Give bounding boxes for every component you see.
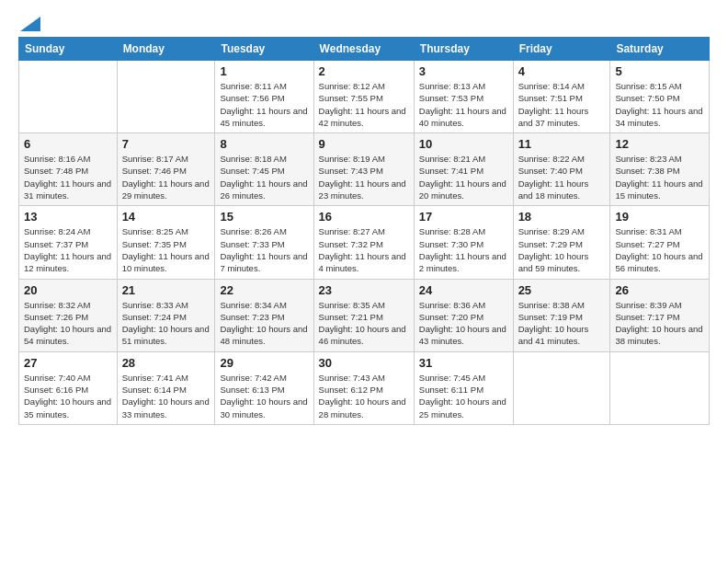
day-header: Thursday — [414, 38, 513, 61]
day-info: Sunrise: 8:29 AM Sunset: 7:29 PM Dayligh… — [518, 225, 606, 274]
day-number: 17 — [419, 210, 508, 224]
calendar-cell: 27Sunrise: 7:40 AM Sunset: 6:16 PM Dayli… — [19, 351, 118, 424]
day-number: 23 — [319, 283, 409, 297]
day-number: 1 — [220, 64, 308, 78]
calendar-cell: 31Sunrise: 7:45 AM Sunset: 6:11 PM Dayli… — [414, 351, 513, 424]
calendar-cell: 13Sunrise: 8:24 AM Sunset: 7:37 PM Dayli… — [19, 206, 118, 279]
day-number: 12 — [615, 137, 704, 151]
calendar-cell: 20Sunrise: 8:32 AM Sunset: 7:26 PM Dayli… — [19, 279, 118, 351]
day-number: 6 — [24, 137, 112, 151]
calendar-cell: 18Sunrise: 8:29 AM Sunset: 7:29 PM Dayli… — [513, 206, 610, 279]
day-number: 21 — [122, 283, 210, 297]
day-number: 9 — [319, 137, 409, 151]
day-info: Sunrise: 8:23 AM Sunset: 7:38 PM Dayligh… — [615, 153, 704, 201]
day-number: 24 — [419, 283, 508, 297]
calendar-cell: 26Sunrise: 8:39 AM Sunset: 7:17 PM Dayli… — [610, 279, 710, 351]
day-info: Sunrise: 8:16 AM Sunset: 7:48 PM Dayligh… — [24, 153, 112, 201]
day-info: Sunrise: 8:36 AM Sunset: 7:20 PM Dayligh… — [419, 299, 508, 348]
day-number: 31 — [419, 356, 508, 370]
day-info: Sunrise: 7:43 AM Sunset: 6:12 PM Dayligh… — [319, 372, 409, 420]
day-number: 2 — [319, 64, 409, 78]
day-info: Sunrise: 8:27 AM Sunset: 7:32 PM Dayligh… — [319, 225, 409, 274]
day-number: 15 — [220, 210, 308, 224]
day-info: Sunrise: 8:21 AM Sunset: 7:41 PM Dayligh… — [419, 153, 508, 201]
calendar-cell — [513, 351, 610, 424]
calendar-cell: 10Sunrise: 8:21 AM Sunset: 7:41 PM Dayli… — [414, 133, 513, 206]
calendar-week-row: 13Sunrise: 8:24 AM Sunset: 7:37 PM Dayli… — [19, 206, 710, 279]
day-number: 25 — [518, 283, 606, 297]
calendar-cell: 30Sunrise: 7:43 AM Sunset: 6:12 PM Dayli… — [313, 351, 414, 424]
calendar: SundayMondayTuesdayWednesdayThursdayFrid… — [18, 37, 710, 425]
day-number: 22 — [220, 283, 308, 297]
calendar-cell — [610, 351, 710, 424]
page: SundayMondayTuesdayWednesdayThursdayFrid… — [0, 0, 728, 442]
day-number: 5 — [615, 64, 704, 78]
calendar-cell: 5Sunrise: 8:15 AM Sunset: 7:50 PM Daylig… — [610, 61, 710, 133]
calendar-cell: 1Sunrise: 8:11 AM Sunset: 7:56 PM Daylig… — [215, 61, 313, 133]
day-info: Sunrise: 8:13 AM Sunset: 7:53 PM Dayligh… — [419, 80, 508, 129]
day-info: Sunrise: 8:14 AM Sunset: 7:51 PM Dayligh… — [518, 80, 606, 129]
day-number: 19 — [615, 210, 704, 224]
calendar-cell: 21Sunrise: 8:33 AM Sunset: 7:24 PM Dayli… — [117, 279, 215, 351]
calendar-cell: 7Sunrise: 8:17 AM Sunset: 7:46 PM Daylig… — [117, 133, 215, 206]
calendar-cell: 25Sunrise: 8:38 AM Sunset: 7:19 PM Dayli… — [513, 279, 610, 351]
calendar-cell: 9Sunrise: 8:19 AM Sunset: 7:43 PM Daylig… — [313, 133, 414, 206]
calendar-cell: 8Sunrise: 8:18 AM Sunset: 7:45 PM Daylig… — [215, 133, 313, 206]
calendar-cell — [117, 61, 215, 133]
day-number: 7 — [122, 137, 210, 151]
day-number: 16 — [319, 210, 409, 224]
calendar-cell: 17Sunrise: 8:28 AM Sunset: 7:30 PM Dayli… — [414, 206, 513, 279]
day-number: 11 — [518, 137, 606, 151]
calendar-cell — [19, 61, 118, 133]
day-number: 30 — [319, 356, 409, 370]
day-info: Sunrise: 8:28 AM Sunset: 7:30 PM Dayligh… — [419, 225, 508, 274]
day-info: Sunrise: 8:11 AM Sunset: 7:56 PM Dayligh… — [220, 80, 308, 129]
day-header: Tuesday — [215, 38, 313, 61]
day-info: Sunrise: 7:40 AM Sunset: 6:16 PM Dayligh… — [24, 372, 112, 420]
calendar-cell: 24Sunrise: 8:36 AM Sunset: 7:20 PM Dayli… — [414, 279, 513, 351]
calendar-cell: 4Sunrise: 8:14 AM Sunset: 7:51 PM Daylig… — [513, 61, 610, 133]
day-info: Sunrise: 7:45 AM Sunset: 6:11 PM Dayligh… — [419, 372, 508, 420]
header — [18, 17, 710, 31]
calendar-cell: 12Sunrise: 8:23 AM Sunset: 7:38 PM Dayli… — [610, 133, 710, 206]
day-info: Sunrise: 8:39 AM Sunset: 7:17 PM Dayligh… — [615, 299, 704, 348]
day-header: Saturday — [610, 38, 710, 61]
calendar-week-row: 6Sunrise: 8:16 AM Sunset: 7:48 PM Daylig… — [19, 133, 710, 206]
calendar-cell: 23Sunrise: 8:35 AM Sunset: 7:21 PM Dayli… — [313, 279, 414, 351]
day-info: Sunrise: 8:22 AM Sunset: 7:40 PM Dayligh… — [518, 153, 606, 201]
calendar-cell: 15Sunrise: 8:26 AM Sunset: 7:33 PM Dayli… — [215, 206, 313, 279]
day-number: 26 — [615, 283, 704, 297]
day-info: Sunrise: 8:25 AM Sunset: 7:35 PM Dayligh… — [122, 225, 210, 274]
day-info: Sunrise: 8:31 AM Sunset: 7:27 PM Dayligh… — [615, 225, 704, 274]
calendar-cell: 16Sunrise: 8:27 AM Sunset: 7:32 PM Dayli… — [313, 206, 414, 279]
day-info: Sunrise: 8:18 AM Sunset: 7:45 PM Dayligh… — [220, 153, 308, 201]
logo-icon — [20, 17, 40, 31]
day-info: Sunrise: 8:17 AM Sunset: 7:46 PM Dayligh… — [122, 153, 210, 201]
calendar-cell: 2Sunrise: 8:12 AM Sunset: 7:55 PM Daylig… — [313, 61, 414, 133]
calendar-week-row: 20Sunrise: 8:32 AM Sunset: 7:26 PM Dayli… — [19, 279, 710, 351]
day-info: Sunrise: 8:35 AM Sunset: 7:21 PM Dayligh… — [319, 299, 409, 348]
day-info: Sunrise: 8:32 AM Sunset: 7:26 PM Dayligh… — [24, 299, 112, 348]
calendar-cell: 6Sunrise: 8:16 AM Sunset: 7:48 PM Daylig… — [19, 133, 118, 206]
day-number: 28 — [122, 356, 210, 370]
day-number: 4 — [518, 64, 606, 78]
day-number: 14 — [122, 210, 210, 224]
calendar-cell: 28Sunrise: 7:41 AM Sunset: 6:14 PM Dayli… — [117, 351, 215, 424]
day-info: Sunrise: 8:19 AM Sunset: 7:43 PM Dayligh… — [319, 153, 409, 201]
calendar-cell: 3Sunrise: 8:13 AM Sunset: 7:53 PM Daylig… — [414, 61, 513, 133]
day-info: Sunrise: 8:15 AM Sunset: 7:50 PM Dayligh… — [615, 80, 704, 129]
day-number: 27 — [24, 356, 112, 370]
day-info: Sunrise: 8:34 AM Sunset: 7:23 PM Dayligh… — [220, 299, 308, 348]
calendar-week-row: 27Sunrise: 7:40 AM Sunset: 6:16 PM Dayli… — [19, 351, 710, 424]
day-info: Sunrise: 8:33 AM Sunset: 7:24 PM Dayligh… — [122, 299, 210, 348]
header-row: SundayMondayTuesdayWednesdayThursdayFrid… — [19, 38, 710, 61]
day-info: Sunrise: 7:41 AM Sunset: 6:14 PM Dayligh… — [122, 372, 210, 420]
day-info: Sunrise: 8:26 AM Sunset: 7:33 PM Dayligh… — [220, 225, 308, 274]
day-number: 10 — [419, 137, 508, 151]
day-number: 20 — [24, 283, 112, 297]
calendar-cell: 11Sunrise: 8:22 AM Sunset: 7:40 PM Dayli… — [513, 133, 610, 206]
day-header: Sunday — [19, 38, 118, 61]
calendar-cell: 22Sunrise: 8:34 AM Sunset: 7:23 PM Dayli… — [215, 279, 313, 351]
calendar-week-row: 1Sunrise: 8:11 AM Sunset: 7:56 PM Daylig… — [19, 61, 710, 133]
day-info: Sunrise: 8:24 AM Sunset: 7:37 PM Dayligh… — [24, 225, 112, 274]
